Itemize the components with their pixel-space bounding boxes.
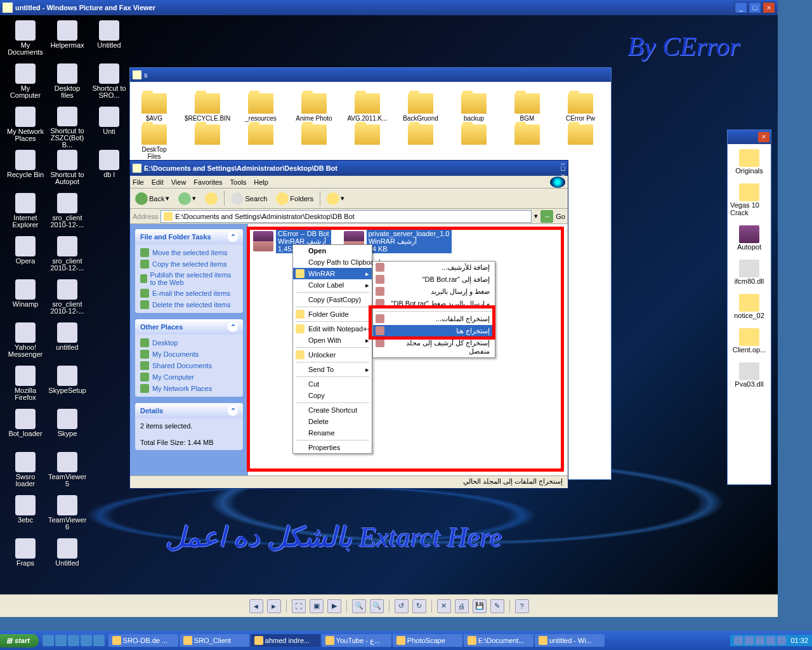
desktop-icon[interactable]: SkypeSetup	[48, 366, 86, 406]
ctx-item[interactable]: Create Shortcut	[293, 404, 372, 416]
delete-button[interactable]: ✕	[437, 599, 451, 613]
folder-item[interactable]	[348, 124, 386, 160]
folder-item[interactable]	[561, 124, 599, 160]
ctx-item[interactable]: WinRAR	[293, 268, 372, 279]
up-button[interactable]	[202, 191, 220, 206]
system-tray[interactable]: 01:32	[730, 635, 812, 646]
places-panel-header[interactable]: Other Places⌃	[135, 319, 243, 335]
go-button[interactable]: →	[540, 210, 553, 223]
desktop-icon[interactable]: Shortcut to ZSZC(Bot) B...	[48, 107, 86, 147]
file-area[interactable]: CError -- DB Bot WinRAR أرشيف 1,453 KB p…	[248, 224, 568, 475]
fit-button[interactable]: ⛶	[292, 599, 306, 613]
folder-item[interactable]: $AVG	[135, 93, 173, 122]
folder-item[interactable]	[455, 124, 493, 160]
folder-item[interactable]: DeskTop Files	[135, 124, 173, 160]
taskbar-task[interactable]: untitled - Wi...	[535, 634, 605, 647]
search-button[interactable]: Search	[228, 191, 270, 206]
desktop-icon[interactable]: Unti	[90, 107, 128, 147]
actual-button[interactable]: ▣	[310, 599, 324, 613]
minimize-button[interactable]: _	[735, 2, 747, 13]
ctx-item[interactable]: Copy Path to Clipboard	[293, 256, 372, 268]
folder-item[interactable]	[508, 124, 546, 160]
side-item[interactable]: Vegas 10 Crack	[730, 183, 768, 216]
submenu-item[interactable]: إضافة للأرشيف...	[373, 262, 495, 274]
side-explorer-titlebar[interactable]: ×	[728, 130, 771, 144]
clock[interactable]: 01:32	[790, 637, 808, 644]
submenu-item[interactable]: إستخراج كل أرشيف إلى مجلد منفصل	[373, 337, 495, 357]
side-item[interactable]: Autopot	[730, 225, 768, 251]
help-button[interactable]: ?	[515, 599, 529, 613]
submenu-item[interactable]: ضغط و إرسال بالبريد	[373, 286, 495, 298]
desktop-icon[interactable]: Skype	[48, 409, 86, 449]
folder-item[interactable]: Anime Photo	[295, 93, 333, 122]
tray-icon[interactable]	[734, 636, 743, 645]
panel-item[interactable]: My Documents	[140, 350, 238, 359]
ctx-item[interactable]: Edit with Notepad++	[293, 323, 372, 335]
ql-item[interactable]	[43, 635, 54, 646]
rotate-ccw-button[interactable]: ↺	[395, 599, 409, 613]
prev-button[interactable]: ◄	[249, 599, 263, 613]
folder-item[interactable]	[295, 124, 333, 160]
panel-item[interactable]: My Network Places	[140, 384, 238, 393]
desktop-icon[interactable]: Desktop files	[48, 63, 86, 104]
taskbar-task[interactable]: SRO-DB.de ...	[108, 634, 178, 647]
back-button[interactable]: Back ▾	[133, 191, 172, 206]
desktop-icon[interactable]: Untitled	[90, 20, 128, 61]
desktop-icon[interactable]: TeamViewer 5	[48, 452, 86, 493]
tray-icon[interactable]	[777, 636, 786, 645]
ctx-item[interactable]: Copy (FastCopy)	[293, 294, 372, 305]
folder-item[interactable]: CError Pw	[561, 93, 599, 122]
desktop-icon[interactable]: Swsro loader	[6, 452, 44, 493]
menu-edit[interactable]: Edit	[152, 178, 164, 186]
ctx-item[interactable]: Send To	[293, 364, 372, 375]
panel-item[interactable]: Publish the selected items to the Web	[140, 271, 238, 286]
folder-item[interactable]	[188, 124, 226, 160]
tasks-panel-header[interactable]: File and Folder Tasks⌃	[135, 229, 243, 244]
taskbar-task[interactable]: E:\Document...	[464, 634, 534, 647]
ctx-item[interactable]: Delete	[293, 416, 372, 427]
folder-item[interactable]: $RECYCLE.BIN	[188, 93, 226, 122]
print-button[interactable]: 🖨	[455, 599, 469, 613]
desktop-icon[interactable]: Helpermax	[48, 20, 86, 61]
ql-item[interactable]	[93, 635, 105, 646]
ql-item[interactable]	[81, 635, 92, 646]
panel-item[interactable]: Desktop	[140, 338, 238, 347]
minimize-button[interactable]: _	[561, 157, 565, 164]
ctx-item[interactable]: Rename	[293, 427, 372, 439]
submenu-item[interactable]: إضافة إلى "DB Bot.rar"	[373, 274, 495, 286]
folder-item[interactable]	[402, 124, 440, 160]
side-item[interactable]: Client.op...	[730, 328, 768, 354]
desktop-icon[interactable]: Winamp	[6, 279, 44, 320]
desktop-icon[interactable]: Recycle Bin	[6, 150, 44, 190]
panel-item[interactable]: Delete the selected items	[140, 300, 238, 309]
menu-favorites[interactable]: Favorites	[193, 178, 222, 186]
desktop-icon[interactable]: My Computer	[6, 63, 44, 104]
rotate-cw-button[interactable]: ↻	[412, 599, 426, 613]
menu-view[interactable]: View	[171, 178, 187, 186]
side-explorer-window[interactable]: × OriginalsVegas 10 CrackAutopotifcm80.d…	[727, 129, 771, 485]
ctx-item[interactable]: Cut	[293, 378, 372, 390]
folder-item[interactable]	[242, 124, 280, 160]
main-explorer-titlebar[interactable]: E:\Documents and Settings\Administrator\…	[130, 161, 568, 176]
menu-help[interactable]: Help	[254, 178, 268, 186]
main-explorer-window[interactable]: E:\Documents and Settings\Administrator\…	[129, 160, 568, 489]
side-item[interactable]: notice_02	[730, 294, 768, 319]
desktop-icon[interactable]: My Documents	[6, 20, 44, 61]
panel-item[interactable]: Move the selected items	[140, 248, 238, 257]
close-button[interactable]: ×	[763, 2, 775, 13]
close-button[interactable]: ×	[758, 132, 769, 142]
details-panel-header[interactable]: Details⌃	[135, 403, 243, 418]
zoomout-button[interactable]: 🔍	[370, 599, 384, 613]
slideshow-button[interactable]: ▶	[327, 599, 341, 613]
ctx-item[interactable]: Open With	[293, 335, 372, 346]
desktop-icon[interactable]: Shortcut to SRO...	[90, 63, 128, 104]
panel-item[interactable]: E-mail the selected items	[140, 289, 238, 298]
folder-item[interactable]: BGM	[508, 93, 546, 122]
taskbar-task[interactable]: ahmed indre...	[251, 634, 320, 647]
side-item[interactable]: Originals	[730, 149, 768, 175]
tray-icon[interactable]	[756, 636, 764, 645]
panel-item[interactable]: My Computer	[140, 373, 238, 381]
desktop-icon[interactable]: 3ebc	[6, 495, 44, 536]
ctx-item[interactable]: Properties	[293, 442, 372, 453]
desktop-icon[interactable]: TeamViewer 6	[48, 495, 86, 536]
